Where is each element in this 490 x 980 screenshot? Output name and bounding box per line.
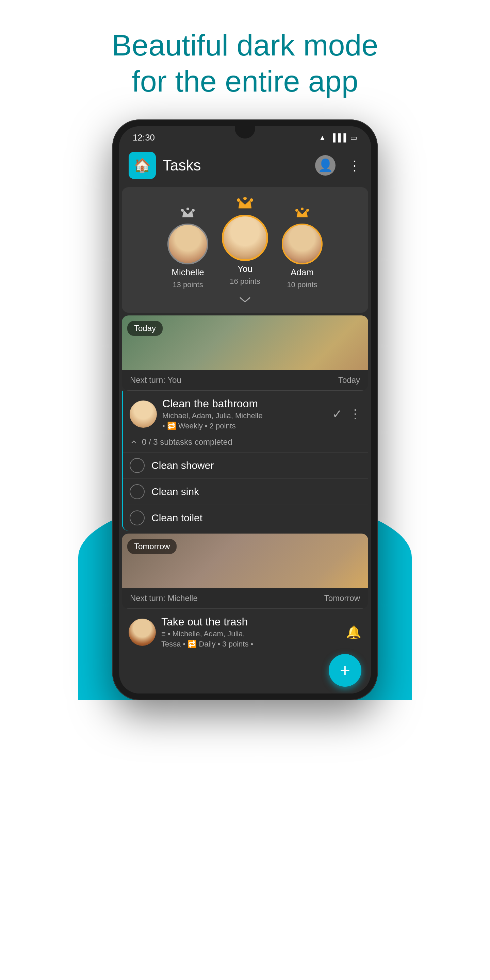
subtasks-header: 0 / 3 subtasks completed <box>123 434 368 452</box>
you-avatar <box>222 215 268 261</box>
adam-avatar <box>282 224 323 264</box>
player-you: You 16 points <box>222 197 268 286</box>
tomorrow-next-turn: Next turn: Michelle <box>130 593 198 603</box>
tomorrow-card: Tomorrow Next turn: Michelle Tomorrow <box>122 533 368 609</box>
svg-point-11 <box>306 209 309 212</box>
status-icons: ▲ ▐▐▐ ▭ <box>318 134 357 142</box>
notch <box>235 126 255 138</box>
header-menu-icon[interactable]: ⋮ <box>348 158 361 173</box>
subtasks-summary: 0 / 3 subtasks completed <box>142 437 232 447</box>
phone-wrapper: 12:30 ▲ ▐▐▐ ▭ 🏠 Tasks 👤 ⋮ <box>112 119 378 700</box>
next-task-meta: ≡ • Michelle, Adam, Julia, <box>161 630 340 638</box>
subtask-label-toilet: Clean toilet <box>151 512 202 524</box>
tomorrow-banner: Tomorrow <box>122 533 368 588</box>
next-task-title: Take out the trash <box>161 616 340 628</box>
today-badge: Today <box>127 321 163 336</box>
subtask-checkbox-toilet[interactable] <box>130 511 145 525</box>
subtask-checkbox-shower[interactable] <box>130 458 145 473</box>
subtask-clean-shower[interactable]: Clean shower <box>123 452 368 479</box>
michelle-avatar <box>167 224 208 264</box>
screen-content: Michelle 13 points <box>119 187 371 694</box>
adam-name: Adam <box>291 267 314 278</box>
promo-headline: Beautiful dark mode for the entire app <box>71 0 419 119</box>
tomorrow-badge: Tomorrow <box>127 539 177 554</box>
michelle-crown <box>181 207 195 221</box>
task-actions: ✓ ⋮ <box>332 407 361 421</box>
today-card: Today Next turn: You Today <box>122 315 368 391</box>
next-task-bell-icon[interactable]: 🔔 <box>346 625 361 640</box>
you-points: 16 points <box>230 277 260 286</box>
subtask-checkbox-sink[interactable] <box>130 484 145 499</box>
task-card: Clean the bathroom Michael, Adam, Julia,… <box>122 391 368 531</box>
subtask-clean-sink[interactable]: Clean sink <box>123 479 368 504</box>
status-bar: 12:30 ▲ ▐▐▐ ▭ <box>119 126 371 146</box>
today-banner: Today <box>122 315 368 370</box>
task-assignee-avatar <box>130 401 157 428</box>
subtask-label-sink: Clean sink <box>151 486 199 498</box>
header-avatar[interactable]: 👤 <box>315 155 336 176</box>
adam-crown <box>295 207 309 221</box>
tomorrow-info-bar: Next turn: Michelle Tomorrow <box>122 588 368 609</box>
today-date: Today <box>338 375 360 385</box>
task-assignees: Michael, Adam, Julia, Michelle <box>162 411 327 420</box>
you-crown <box>237 197 253 212</box>
svg-point-9 <box>295 209 298 212</box>
svg-marker-0 <box>182 210 193 217</box>
next-task-card: Take out the trash ≡ • Michelle, Adam, J… <box>122 609 368 694</box>
phone-screen: 12:30 ▲ ▐▐▐ ▭ 🏠 Tasks 👤 ⋮ <box>119 126 371 694</box>
svg-point-6 <box>243 197 247 200</box>
next-task-info: Take out the trash ≡ • Michelle, Adam, J… <box>161 616 340 649</box>
tomorrow-date: Tomorrow <box>324 593 360 603</box>
svg-point-1 <box>181 209 184 212</box>
task-meta: • 🔁 Weekly • 2 points <box>162 422 327 430</box>
svg-point-10 <box>301 208 304 210</box>
player-michelle: Michelle 13 points <box>167 207 208 289</box>
next-task-meta2: Tessa • 🔁 Daily • 3 points • <box>161 640 340 649</box>
app-title: Tasks <box>163 157 308 174</box>
task-info: Clean the bathroom Michael, Adam, Julia,… <box>162 398 327 430</box>
today-info-bar: Next turn: You Today <box>122 370 368 391</box>
signal-icon: ▐▐▐ <box>330 134 346 142</box>
subtask-label-shower: Clean shower <box>151 460 214 471</box>
task-title: Clean the bathroom <box>162 398 327 410</box>
today-next-turn: Next turn: You <box>130 375 181 385</box>
michelle-points: 13 points <box>172 280 203 289</box>
next-task-actions: 🔔 <box>346 625 361 640</box>
battery-icon: ▭ <box>350 134 357 142</box>
app-logo: 🏠 <box>129 152 156 179</box>
add-task-button[interactable]: + <box>329 654 361 687</box>
expand-leaderboard[interactable] <box>129 289 361 306</box>
task-check-icon[interactable]: ✓ <box>332 407 342 421</box>
svg-marker-8 <box>297 210 308 217</box>
wifi-icon: ▲ <box>318 134 326 142</box>
leaderboard-row: Michelle 13 points <box>129 197 361 289</box>
michelle-name: Michelle <box>172 267 204 278</box>
app-header: 🏠 Tasks 👤 ⋮ <box>119 146 371 185</box>
expand-icon[interactable] <box>130 438 138 446</box>
task-more-icon[interactable]: ⋮ <box>349 407 361 421</box>
subtask-clean-toilet[interactable]: Clean toilet <box>123 504 368 531</box>
player-adam: Adam 10 points <box>282 207 323 289</box>
task-header: Clean the bathroom Michael, Adam, Julia,… <box>123 391 368 434</box>
adam-points: 10 points <box>287 280 317 289</box>
next-task-avatar <box>129 619 156 646</box>
next-task-header: Take out the trash ≡ • Michelle, Adam, J… <box>122 609 368 653</box>
svg-point-3 <box>192 209 195 212</box>
leaderboard-card: Michelle 13 points <box>122 187 368 313</box>
you-name: You <box>237 264 253 274</box>
svg-point-2 <box>186 208 189 210</box>
svg-marker-4 <box>239 200 251 208</box>
status-time: 12:30 <box>133 132 155 143</box>
phone-frame: 12:30 ▲ ▐▐▐ ▭ 🏠 Tasks 👤 ⋮ <box>112 119 378 700</box>
